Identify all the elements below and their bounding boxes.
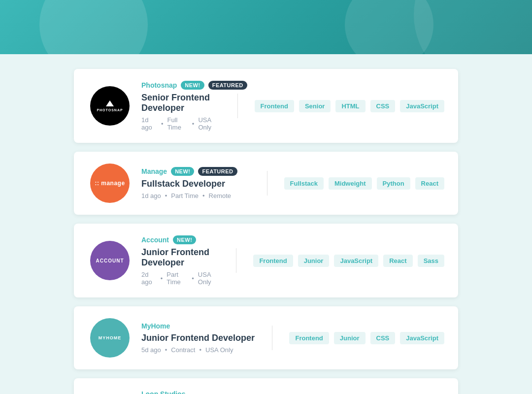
new-badge: NEW!: [173, 235, 196, 244]
company-name[interactable]: Manage: [141, 167, 167, 175]
job-location: USA Only: [198, 271, 220, 286]
logo-text: MYHOME: [99, 335, 122, 340]
card-divider: [272, 326, 272, 350]
job-listings: PHOTOSNAPPhotosnapNEW!FEATUREDSenior Fro…: [64, 54, 468, 394]
company-row: Loop Studios: [141, 390, 209, 394]
skill-tag[interactable]: React: [383, 255, 412, 267]
job-meta: 1d ago•Full Time•USA Only: [141, 116, 221, 131]
hero-banner: [0, 0, 532, 54]
job-card: ACCOUNTAccountNEW!Junior Frontend Develo…: [74, 224, 458, 297]
company-logo: PHOTOSNAP: [90, 86, 130, 126]
company-name[interactable]: MyHome: [141, 322, 170, 330]
hero-blob-1: [39, 0, 148, 54]
job-title[interactable]: Fullstack Developer: [141, 179, 250, 189]
job-info: Loop StudiosSoftware Engineer1w ago•Full…: [141, 390, 209, 394]
separator: •: [161, 275, 163, 282]
job-location: Remote: [209, 192, 232, 199]
job-type: Part Time: [171, 192, 199, 199]
skill-tag[interactable]: Midweight: [329, 177, 372, 190]
job-posted: 5d ago: [141, 346, 161, 354]
company-name[interactable]: Account: [141, 236, 169, 244]
job-type: Part Time: [166, 271, 188, 286]
new-badge: NEW!: [171, 167, 194, 176]
card-divider: [237, 94, 238, 118]
job-posted: 2d ago: [141, 271, 157, 286]
separator: •: [192, 120, 195, 128]
skill-tag[interactable]: HTML: [335, 100, 365, 112]
company-logo: :: manage: [90, 164, 130, 203]
job-tags: FrontendSeniorHTMLCSSJavaScript: [255, 100, 444, 112]
separator: •: [165, 346, 167, 354]
company-row: PhotosnapNEW!FEATURED: [141, 81, 221, 90]
separator: •: [192, 275, 194, 282]
job-card: :: manageManageNEW!FEATUREDFullstack Dev…: [74, 152, 458, 215]
job-info: MyHomeJunior Frontend Developer5d ago•Co…: [141, 322, 255, 354]
card-divider: [267, 171, 267, 196]
job-title[interactable]: Junior Frontend Developer: [141, 247, 219, 268]
skill-tag[interactable]: Junior: [334, 332, 366, 344]
separator: •: [165, 192, 167, 199]
job-posted: 1d ago: [141, 116, 157, 131]
job-info: AccountNEW!Junior Frontend Developer2d a…: [141, 235, 219, 286]
skill-tag[interactable]: Senior: [299, 100, 331, 112]
company-row: MyHome: [141, 322, 255, 330]
company-name[interactable]: Loop Studios: [141, 390, 185, 394]
hero-blob-3: [345, 0, 433, 54]
job-type: Contract: [171, 346, 195, 354]
skill-tag[interactable]: CSS: [370, 332, 396, 344]
job-info: PhotosnapNEW!FEATUREDSenior Frontend Dev…: [141, 81, 221, 131]
skill-tag[interactable]: Frontend: [253, 255, 293, 267]
job-info: ManageNEW!FEATUREDFullstack Developer1d …: [141, 167, 250, 199]
company-row: ManageNEW!FEATURED: [141, 167, 250, 176]
job-title[interactable]: Junior Frontend Developer: [141, 333, 255, 343]
featured-badge: FEATURED: [208, 81, 247, 90]
job-tags: FullstackMidweightPythonReact: [284, 177, 444, 190]
job-card: loopstudiosLoop StudiosSoftware Engineer…: [74, 378, 458, 394]
featured-badge: FEATURED: [198, 167, 237, 176]
skill-tag[interactable]: Frontend: [289, 332, 329, 344]
new-badge: NEW!: [181, 81, 204, 90]
company-logo: ACCOUNT: [90, 241, 130, 280]
job-posted: 1d ago: [141, 192, 161, 199]
job-title[interactable]: Senior Frontend Developer: [141, 93, 221, 113]
logo-text: PHOTOSNAP: [97, 108, 123, 112]
skill-tag[interactable]: Fullstack: [284, 177, 324, 190]
company-logo: MYHOME: [90, 318, 130, 358]
job-meta: 2d ago•Part Time•USA Only: [141, 271, 219, 286]
logo-icon: [106, 100, 114, 106]
company-row: AccountNEW!: [141, 235, 219, 244]
skill-tag[interactable]: JavaScript: [400, 100, 444, 112]
company-name[interactable]: Photosnap: [141, 81, 177, 89]
job-meta: 5d ago•Contract•USA Only: [141, 346, 255, 354]
job-tags: FrontendJuniorCSSJavaScript: [289, 332, 444, 344]
logo-text: ACCOUNT: [96, 258, 124, 263]
separator: •: [199, 346, 201, 354]
job-location: USA Only: [205, 346, 233, 354]
separator: •: [202, 192, 205, 199]
job-type: Full Time: [167, 116, 188, 131]
job-tags: FrontendJuniorJavaScriptReactSass: [253, 255, 444, 267]
job-card: MYHOMEMyHomeJunior Frontend Developer5d …: [74, 306, 458, 369]
skill-tag[interactable]: Sass: [418, 255, 444, 267]
separator: •: [161, 120, 164, 128]
skill-tag[interactable]: JavaScript: [400, 332, 444, 344]
skill-tag[interactable]: Junior: [298, 255, 330, 267]
job-card: PHOTOSNAPPhotosnapNEW!FEATUREDSenior Fro…: [74, 69, 458, 143]
skill-tag[interactable]: JavaScript: [334, 255, 378, 267]
skill-tag[interactable]: React: [415, 177, 444, 190]
skill-tag[interactable]: Python: [377, 177, 410, 190]
job-meta: 1d ago•Part Time•Remote: [141, 192, 250, 199]
skill-tag[interactable]: Frontend: [255, 100, 294, 112]
skill-tag[interactable]: CSS: [370, 100, 396, 112]
card-divider: [236, 248, 236, 273]
logo-text: :: manage: [95, 180, 125, 187]
job-location: USA Only: [198, 116, 220, 131]
